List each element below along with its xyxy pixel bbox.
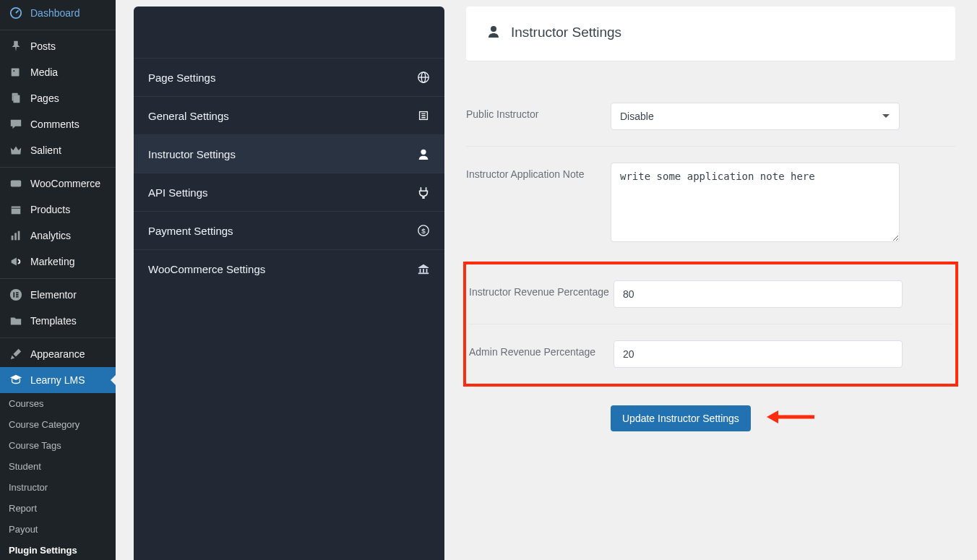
globe-icon <box>417 71 430 84</box>
settings-tab-payment[interactable]: Payment Settings <box>134 212 444 250</box>
label-public-instructor: Public Instructor <box>466 103 611 120</box>
update-instructor-settings-button[interactable]: Update Instructor Settings <box>611 405 751 431</box>
nav-item-label: WooCommerce <box>30 178 100 189</box>
plugin-settings-tabs: Page SettingsGeneral SettingsInstructor … <box>134 7 444 560</box>
nav-item-label: Learny LMS <box>30 374 85 386</box>
nav-item-dashboard[interactable]: Dashboard <box>0 0 116 26</box>
subnav-item-courses[interactable]: Courses <box>0 393 116 414</box>
application-note-textarea[interactable] <box>611 163 900 242</box>
nav-separator <box>0 337 116 338</box>
page-header-card: Instructor Settings <box>466 7 955 61</box>
nav-item-posts[interactable]: Posts <box>0 33 116 59</box>
settings-tab-label: General Settings <box>148 110 229 122</box>
nav-item-label: Products <box>30 204 70 215</box>
row-public-instructor: Public Instructor Disable <box>466 87 955 147</box>
settings-tab-page[interactable]: Page Settings <box>134 59 444 97</box>
label-admin-revenue: Admin Revenue Percentage <box>469 340 614 358</box>
comment-icon <box>9 117 23 132</box>
settings-tab-label: API Settings <box>148 186 208 199</box>
nav-item-label: Salient <box>30 145 61 156</box>
nav-item-label: Appearance <box>30 348 85 360</box>
settings-tab-label: Instructor Settings <box>148 148 236 160</box>
settings-tab-label: Payment Settings <box>148 225 233 237</box>
nav-separator <box>0 167 116 168</box>
subnav-item-payout[interactable]: Payout <box>0 519 116 540</box>
plug-icon <box>417 186 430 199</box>
nav-item-pages[interactable]: Pages <box>0 85 116 111</box>
nav-item-label: Marketing <box>30 256 74 267</box>
row-application-note: Instructor Application Note <box>466 147 955 262</box>
megaphone-icon <box>9 254 23 269</box>
settings-tab-label: WooCommerce Settings <box>148 263 265 275</box>
nav-item-label: Elementor <box>30 289 77 301</box>
settings-tab-api[interactable]: API Settings <box>134 173 444 212</box>
nav-item-salient[interactable]: Salient <box>0 137 116 163</box>
public-instructor-select[interactable]: Disable <box>611 103 900 130</box>
woo-icon <box>9 176 23 191</box>
user-icon <box>486 24 501 41</box>
subnav-item-course-category[interactable]: Course Category <box>0 414 116 435</box>
subnav-item-plugin-settings[interactable]: Plugin Settings <box>0 540 116 560</box>
row-instructor-revenue: Instructor Revenue Percentage <box>469 264 952 324</box>
nav-item-label: Templates <box>30 315 77 327</box>
nav-item-templates[interactable]: Templates <box>0 308 116 334</box>
subnav-item-course-tags[interactable]: Course Tags <box>0 435 116 456</box>
nav-item-appearance[interactable]: Appearance <box>0 341 116 367</box>
settings-tab-instructor[interactable]: Instructor Settings <box>134 135 444 173</box>
admin-revenue-input[interactable] <box>614 340 903 368</box>
nav-item-label: Pages <box>30 92 59 104</box>
row-admin-revenue: Admin Revenue Percentage <box>469 324 952 384</box>
nav-separator <box>0 30 116 30</box>
box-icon <box>9 202 23 217</box>
nav-item-learny[interactable]: Learny LMS <box>0 367 116 393</box>
nav-item-elementor[interactable]: Elementor <box>0 282 116 308</box>
submit-row: Update Instructor Settings <box>466 405 955 431</box>
revenue-highlight-box: Instructor Revenue Percentage Admin Reve… <box>463 262 958 387</box>
nav-item-media[interactable]: Media <box>0 59 116 85</box>
grad-icon <box>9 373 23 387</box>
nav-separator <box>0 278 116 279</box>
label-instructor-revenue: Instructor Revenue Percentage <box>469 280 614 298</box>
label-application-note: Instructor Application Note <box>466 163 611 180</box>
settings-tab-label: Page Settings <box>148 72 215 84</box>
settings-tab-general[interactable]: General Settings <box>134 97 444 135</box>
dollar-icon <box>417 224 430 237</box>
media-icon <box>9 65 23 79</box>
nav-item-woocommerce[interactable]: WooCommerce <box>0 171 116 197</box>
folder-icon <box>9 314 23 328</box>
settings-tab-woocommerce[interactable]: WooCommerce Settings <box>134 250 444 288</box>
nav-item-label: Media <box>30 66 58 78</box>
bank-icon <box>417 262 430 275</box>
settings-form-panel: Instructor Settings Public Instructor Di… <box>444 0 977 560</box>
nav-item-marketing[interactable]: Marketing <box>0 249 116 275</box>
crown-icon <box>9 143 23 158</box>
nav-item-label: Dashboard <box>30 7 80 19</box>
nav-item-label: Posts <box>30 40 56 52</box>
pin-icon <box>9 39 23 53</box>
nav-item-analytics[interactable]: Analytics <box>0 223 116 249</box>
column-header-blank <box>134 7 444 59</box>
instructor-revenue-input[interactable] <box>614 280 903 308</box>
wp-admin-sidebar: DashboardPostsMediaPagesCommentsSalientW… <box>0 0 116 560</box>
nav-item-label: Analytics <box>30 230 71 241</box>
user-icon <box>417 147 430 160</box>
elementor-icon <box>9 288 23 302</box>
brush-icon <box>9 347 23 361</box>
nav-item-comments[interactable]: Comments <box>0 111 116 137</box>
bars-icon <box>9 228 23 243</box>
page-icon <box>9 91 23 105</box>
nav-item-label: Comments <box>30 119 79 130</box>
nav-item-products[interactable]: Products <box>0 197 116 223</box>
page-title: Instructor Settings <box>511 25 621 40</box>
subnav-item-report[interactable]: Report <box>0 498 116 519</box>
subnav-item-student[interactable]: Student <box>0 456 116 477</box>
subnav-item-instructor[interactable]: Instructor <box>0 477 116 498</box>
dashboard-icon <box>9 6 23 20</box>
sliders-icon <box>417 109 430 122</box>
annotation-arrow-icon <box>765 409 816 428</box>
